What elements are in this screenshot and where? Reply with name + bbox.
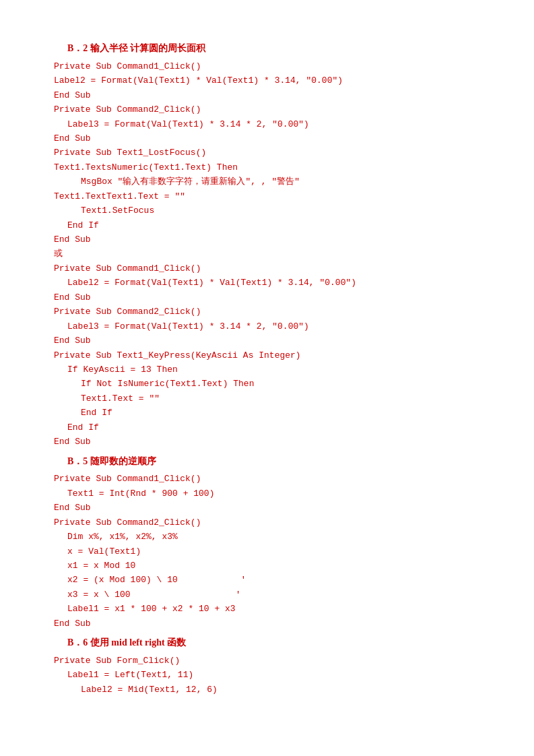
code-line: End Sub [54, 617, 507, 631]
code-line: End Sub [54, 334, 507, 348]
code-line: If KeyAscii = 13 Then [54, 363, 507, 377]
code-line: Dim x%, x1%, x2%, x3% [54, 530, 507, 544]
section-title-section-b5: B．5 随即数的逆顺序 [67, 453, 507, 470]
section-title-section-b2: B．2 输入半径 计算圆的周长面积 [67, 40, 507, 57]
code-line: Private Sub Text1_KeyPress(KeyAscii As I… [54, 348, 507, 363]
code-line: MsgBox "输入有非数字字符，请重新输入", , "警告" [54, 175, 507, 189]
code-line: x1 = x Mod 10 [54, 559, 507, 573]
code-line: Private Sub Command2_Click() [54, 305, 507, 319]
code-line: Text1 = Int(Rnd * 900 + 100) [54, 486, 507, 501]
code-line: Private Sub Command2_Click() [54, 515, 507, 530]
code-line: Label1 = Left(Text1, 11) [54, 668, 507, 682]
code-line: If Not IsNumeric(Text1.Text) Then [54, 377, 507, 391]
code-line: End Sub [54, 88, 507, 102]
code-line: x = Val(Text1) [54, 544, 507, 559]
code-line: End If [54, 218, 507, 232]
code-line: Private Sub Command1_Click() [54, 59, 507, 73]
code-block-section-b5: Private Sub Command1_Click()Text1 = Int(… [54, 472, 507, 631]
code-line: End Sub [54, 501, 507, 515]
code-line: Label2 = Format(Val(Text1) * Val(Text1) … [54, 73, 507, 88]
code-block-section-b6: Private Sub Form_Click()Label1 = Left(Te… [54, 654, 507, 697]
code-line: x2 = (x Mod 100) \ 10 ' [54, 573, 507, 587]
code-line: Text1.TextsNumeric(Text1.Text) Then [54, 160, 507, 175]
code-line: Label2 = Mid(Text1, 12, 6) [54, 683, 507, 697]
code-line: x3 = x \ 100 ' [54, 588, 507, 602]
code-line: Private Sub Form_Click() [54, 654, 507, 668]
code-line: Label2 = Format(Val(Text1) * Val(Text1) … [54, 276, 507, 290]
code-line: Label1 = x1 * 100 + x2 * 10 + x3 [54, 602, 507, 616]
code-line: Private Sub Command2_Click() [54, 102, 507, 117]
code-line: Text1.TextText1.Text = "" [54, 189, 507, 203]
code-line: 或 [54, 247, 507, 261]
code-line: Private Sub Command1_Click() [54, 261, 507, 276]
code-line: Label3 = Format(Val(Text1) * 3.14 * 2, "… [54, 117, 507, 131]
code-line: End Sub [54, 232, 507, 247]
code-line: End If [54, 420, 507, 435]
code-line: Text1.SetFocus [54, 203, 507, 218]
code-line: End Sub [54, 131, 507, 146]
code-line: End Sub [54, 435, 507, 449]
code-line: Text1.Text = "" [54, 391, 507, 406]
code-line: Private Sub Command1_Click() [54, 472, 507, 486]
code-line: End If [54, 406, 507, 420]
code-block-section-b2: Private Sub Command1_Click()Label2 = For… [54, 59, 507, 449]
code-line: Label3 = Format(Val(Text1) * 3.14 * 2, "… [54, 319, 507, 334]
code-line: End Sub [54, 290, 507, 305]
code-line: Private Sub Text1_LostFocus() [54, 146, 507, 160]
section-title-section-b6: B．6 使用 mid left right 函数 [67, 635, 507, 651]
page-content: B．2 输入半径 计算圆的周长面积Private Sub Command1_Cl… [54, 40, 507, 701]
